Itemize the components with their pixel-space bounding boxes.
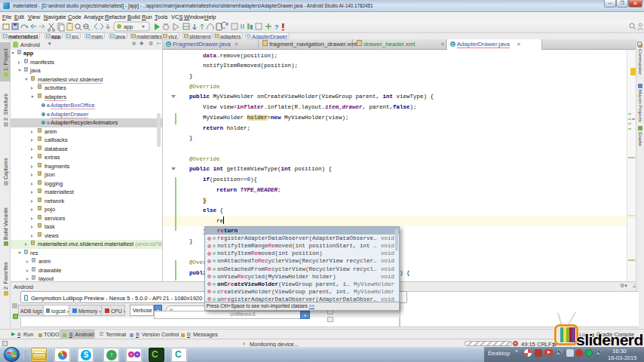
svg-text:slidenerd: slidenerd [576,331,643,348]
svg-text:?: ? [274,23,279,31]
svg-text:app: app [124,23,133,30]
